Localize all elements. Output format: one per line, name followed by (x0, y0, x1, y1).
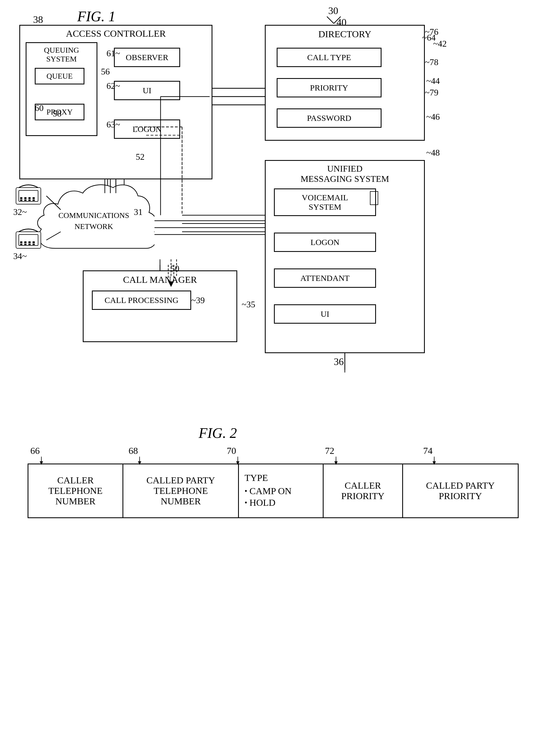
ui-box-ums: UI (274, 304, 376, 324)
label-34: 34~ (13, 251, 27, 261)
logon-ac-label: LOGON (133, 124, 162, 134)
observer-label: OBSERVER (126, 53, 168, 62)
hold-text: HOLD (249, 497, 275, 508)
bullet-icon-2: • (244, 498, 247, 507)
call-processing-label: CALL PROCESSING (105, 296, 178, 305)
svg-rect-29 (28, 199, 31, 201)
called-party-priority-text: CALLED PARTYPRIORITY (426, 480, 495, 501)
svg-rect-27 (20, 199, 22, 201)
svg-rect-39 (28, 244, 31, 245)
attendant-box: ATTENDANT (274, 268, 376, 288)
caller-priority-text: CALLERPRIORITY (341, 480, 385, 501)
call-manager-title: CALL MANAGER (123, 275, 197, 285)
password-label: PASSWORD (307, 113, 351, 123)
voicemail-label: VOICEMAILSYSTEM (302, 193, 348, 212)
label-30: 30 (328, 5, 338, 17)
svg-rect-35 (28, 241, 31, 243)
label-61: 61~ (106, 48, 120, 58)
label-50: 50 (170, 263, 179, 274)
col-caller-priority: CALLERPRIORITY (323, 464, 402, 518)
svg-text:NETWORK: NETWORK (74, 222, 113, 231)
label-79: ~79 (425, 87, 438, 98)
col-num-72: 72 (322, 446, 420, 456)
svg-rect-37 (20, 244, 22, 245)
camp-on-text: CAMP ON (249, 486, 292, 496)
queuing-system-box: QUEUINGSYSTEM QUEUE PROXY (26, 42, 97, 136)
label-48: ~48 (426, 148, 440, 158)
svg-rect-40 (33, 244, 35, 245)
col-num-66: 66 (28, 446, 126, 456)
label-36: 36 (334, 356, 344, 368)
queue-box: QUEUE (35, 68, 84, 84)
fig2-table: CALLERTELEPHONENUMBER CALLED PARTYTELEPH… (28, 464, 519, 518)
label-35: ~35 (242, 299, 255, 310)
phone-34-icon (13, 226, 46, 254)
call-manager-box: CALL MANAGER CALL PROCESSING ~39 (83, 270, 237, 342)
voicemail-box: VOICEMAILSYSTEM (274, 188, 376, 216)
svg-rect-26 (33, 197, 35, 199)
label-62: 62~ (106, 81, 120, 91)
password-box: PASSWORD (277, 108, 382, 128)
ui-box-ac: UI (114, 81, 180, 100)
type-camp-on: • CAMP ON (244, 486, 317, 496)
priority-dir-box: PRIORITY (277, 78, 382, 97)
ums-box: UNIFIEDMESSAGING SYSTEM VOICEMAILSYSTEM … (265, 160, 425, 353)
label-38: 38 (33, 14, 43, 25)
queuing-system-title: QUEUINGSYSTEM (44, 46, 79, 63)
fig1-title: FIG. 1 (77, 8, 116, 25)
priority-dir-label: PRIORITY (310, 83, 348, 92)
fig2-title: FIG. 2 (199, 425, 237, 441)
col-type: TYPE • CAMP ON • HOLD (239, 464, 323, 518)
label-60: 60 (35, 103, 44, 113)
svg-rect-36 (33, 241, 35, 243)
svg-line-17 (327, 17, 334, 23)
bullet-icon: • (244, 487, 247, 496)
directory-box: DIRECTORY CALL TYPE PRIORITY PASSWORD (265, 25, 425, 141)
type-hold: • HOLD (244, 497, 317, 508)
label-40: 40 (337, 17, 346, 28)
label-46: ~46 (426, 112, 440, 122)
label-31: 31 (134, 207, 143, 217)
svg-rect-25 (28, 197, 31, 199)
label-52: 52 (136, 152, 145, 162)
comm-network-cloud: COMMUNICATIONS NETWORK (33, 171, 154, 265)
col-num-68: 68 (126, 446, 224, 456)
call-type-label: CALL TYPE (307, 53, 351, 62)
ums-title: UNIFIEDMESSAGING SYSTEM (301, 164, 389, 184)
ui-ac-label: UI (143, 86, 151, 95)
directory-title: DIRECTORY (318, 29, 371, 39)
access-controller-box: ACCESS CONTROLLER QUEUINGSYSTEM QUEUE PR… (19, 25, 212, 179)
caller-tel-text: CALLERTELEPHONENUMBER (48, 475, 102, 506)
label-78: ~78 (425, 57, 438, 67)
queue-label: QUEUE (47, 72, 73, 81)
svg-rect-24 (24, 197, 26, 199)
label-44: ~44 (426, 76, 440, 86)
voicemail-square (370, 191, 378, 205)
type-label: TYPE (244, 473, 317, 483)
fig2-col-numbers: 66 68 70 72 74 (28, 446, 519, 456)
label-56: 56 (101, 66, 110, 77)
col-num-70: 70 (224, 446, 322, 456)
col-caller-tel: CALLERTELEPHONENUMBER (28, 464, 123, 518)
label-39: ~39 (191, 295, 205, 305)
phone-32-icon (13, 182, 46, 210)
svg-rect-33 (20, 241, 22, 243)
col-num-74: 74 (420, 446, 519, 456)
ui-ums-label: UI (321, 309, 329, 319)
logon-box-ums: LOGON (274, 233, 376, 252)
label-42: ~42 (433, 39, 447, 49)
call-processing-box: CALL PROCESSING (92, 291, 191, 310)
called-party-tel-text: CALLED PARTYTELEPHONENUMBER (146, 475, 215, 506)
col-called-party-priority: CALLED PARTYPRIORITY (402, 464, 518, 518)
access-controller-title: ACCESS CONTROLLER (66, 28, 166, 39)
svg-text:COMMUNICATIONS: COMMUNICATIONS (58, 211, 129, 220)
svg-rect-34 (24, 241, 26, 243)
svg-rect-23 (20, 197, 22, 199)
observer-box: OBSERVER (114, 48, 180, 67)
col-called-party-tel: CALLED PARTYTELEPHONENUMBER (123, 464, 239, 518)
svg-rect-38 (24, 244, 26, 245)
attendant-label: ATTENDANT (300, 273, 350, 283)
label-63: 63~ (106, 119, 120, 130)
logon-ums-label: LOGON (311, 238, 340, 247)
label-58: 58 (53, 108, 62, 119)
